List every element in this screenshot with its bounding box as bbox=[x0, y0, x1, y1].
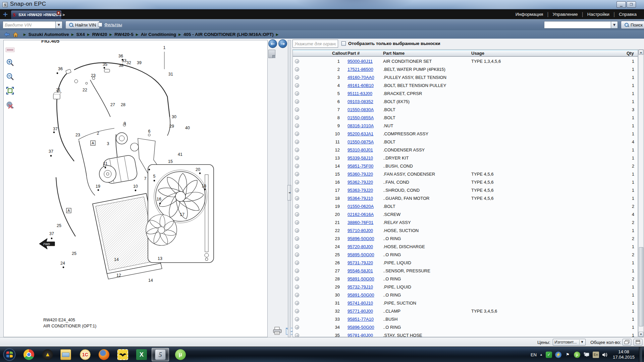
part-number-link[interactable]: 95895-50G00 bbox=[347, 252, 374, 257]
expand-row-icon[interactable] bbox=[295, 99, 299, 104]
diagram-panel[interactable]: FIG.405 bbox=[3, 40, 268, 337]
table-row[interactable]: 2795546-58J01..SENSOR, PRESSURE1 bbox=[293, 267, 638, 275]
callout-label[interactable]: 41 bbox=[178, 152, 182, 157]
thumbnail-page-icon[interactable] bbox=[268, 50, 275, 58]
expand-row-icon[interactable] bbox=[295, 228, 299, 233]
table-row[interactable]: 3495896-50G00..O RING1 bbox=[293, 323, 638, 331]
callout-label[interactable]: 37 bbox=[49, 149, 53, 154]
print-icon[interactable] bbox=[272, 327, 282, 335]
utorrent-tray-icon[interactable]: µ bbox=[574, 352, 580, 358]
table-row[interactable]: 3295771-80J00..CLAMPTYPE 3,4,5,61 bbox=[293, 307, 638, 315]
callout-label[interactable]: 18 bbox=[202, 184, 206, 188]
taskbar-app-explorer[interactable] bbox=[57, 348, 74, 361]
part-number-link[interactable]: 01550-0620A bbox=[347, 204, 374, 209]
table-row[interactable]: 1901550-0620A.BOLT2 bbox=[293, 202, 638, 211]
show-selected-checkbox[interactable] bbox=[341, 41, 346, 46]
keyboard-layout-icon[interactable]: En bbox=[593, 352, 599, 358]
taskbar-app-chrome[interactable] bbox=[20, 348, 38, 361]
part-number-link[interactable]: 01550-0875A bbox=[347, 139, 374, 144]
part-number-link[interactable]: 95731-79J20 bbox=[347, 260, 373, 265]
callout-label[interactable]: 2 bbox=[97, 131, 99, 136]
home-icon[interactable] bbox=[13, 32, 18, 37]
callout-label[interactable]: 35 bbox=[103, 62, 107, 67]
part-number-link[interactable]: 95310-80J01 bbox=[347, 147, 373, 152]
callout-label[interactable]: 16 bbox=[157, 197, 161, 201]
part-number-link[interactable]: 95200-63JA1 bbox=[347, 131, 373, 136]
table-row[interactable]: 1895364-79J10..GUARD, FAN MOTORTYPE 4,5,… bbox=[293, 194, 638, 202]
callout-label[interactable]: 22 bbox=[83, 88, 87, 92]
part-number-link[interactable]: 01550-0830A bbox=[347, 107, 374, 112]
taskbar-app-snapon-epc[interactable]: 5 bbox=[152, 348, 169, 361]
zoom-in-icon[interactable] bbox=[6, 58, 14, 66]
table-row[interactable]: 1595360-79J20.FAN ASSY, CONDENSERTYPE 4,… bbox=[293, 170, 638, 178]
expand-row-icon[interactable] bbox=[295, 107, 299, 112]
table-row[interactable]: 2695731-79J20.PIPE, LIQUID1 bbox=[293, 259, 638, 267]
expand-row-icon[interactable] bbox=[295, 253, 299, 257]
expand-row-icon[interactable] bbox=[295, 196, 299, 200]
part-number-link[interactable]: 95546-58J01 bbox=[347, 268, 373, 273]
taskbar-app-thebat[interactable] bbox=[114, 348, 131, 361]
breadcrumb-item[interactable]: SX4 bbox=[76, 32, 85, 37]
callout-label[interactable]: 12 bbox=[116, 273, 121, 278]
expand-row-icon[interactable] bbox=[295, 277, 299, 281]
table-row[interactable]: 3595781-80J00.STAY, SUCT HOSE1 bbox=[293, 331, 638, 337]
callout-label[interactable]: 38 bbox=[119, 63, 123, 68]
filters-checkbox[interactable] bbox=[98, 22, 102, 27]
shield-app-icon[interactable]: ⚡ bbox=[555, 352, 561, 358]
part-number-link[interactable]: 95741-80J10 bbox=[347, 301, 373, 306]
part-number-link[interactable]: 95891-50G00 bbox=[347, 276, 374, 281]
callout-label[interactable]: 3 bbox=[107, 141, 109, 146]
expand-row-icon[interactable] bbox=[295, 333, 299, 337]
table-row[interactable]: 1795363-79J20..SHROUD, CONDTYPE 4,5,61 bbox=[293, 186, 638, 194]
callout-label[interactable]: 14 bbox=[114, 257, 119, 262]
callout-label[interactable]: 17 bbox=[180, 212, 184, 217]
callout-label[interactable]: 28 bbox=[121, 102, 125, 107]
nav-forward-button[interactable]: → bbox=[278, 39, 287, 48]
expand-row-icon[interactable] bbox=[295, 188, 299, 192]
callout-label[interactable]: 13 bbox=[158, 256, 162, 261]
minimize-button[interactable]: ▁ bbox=[616, 1, 626, 8]
action-center-flag-icon[interactable]: ⚑ bbox=[565, 352, 571, 358]
table-row[interactable]: 195000-80J11AIR CONDITIONER SETTYPE 1,3,… bbox=[293, 57, 638, 65]
table-row[interactable]: 595111-63J00.BRACKET, CPRSR1 bbox=[293, 90, 638, 98]
expand-row-icon[interactable] bbox=[295, 309, 299, 313]
part-number-link[interactable]: 08316-1010A bbox=[347, 123, 374, 128]
callout-label[interactable]: 6 bbox=[148, 129, 151, 134]
splitter-collapse-button[interactable]: ◄ bbox=[287, 185, 291, 200]
callout-label[interactable]: 7 bbox=[144, 176, 147, 181]
start-button[interactable] bbox=[3, 348, 16, 361]
table-row[interactable]: 2895891-50G00..O RING2 bbox=[293, 275, 638, 283]
zoom-reset-icon[interactable] bbox=[6, 101, 14, 109]
part-number-link[interactable]: 95781-80J00 bbox=[347, 333, 373, 337]
network-icon[interactable] bbox=[583, 352, 590, 358]
breadcrumb-item[interactable]: RW420-5 bbox=[114, 32, 133, 37]
taskbar-app-1c[interactable]: 1С bbox=[76, 348, 94, 361]
callout-label[interactable]: 23 bbox=[91, 73, 96, 78]
callout-label[interactable]: 37 bbox=[49, 231, 54, 236]
part-number-link[interactable]: 95000-80J11 bbox=[347, 59, 373, 64]
callout-label[interactable]: 24 bbox=[60, 261, 65, 266]
table-row[interactable]: 349160-70AA0.PULLEY ASSY, BELT TENSION1 bbox=[293, 74, 638, 82]
callout-label[interactable]: 30 bbox=[172, 115, 176, 119]
callout-label[interactable]: 31 bbox=[168, 72, 173, 77]
table-row[interactable]: 3395851-77A10..BUSH1 bbox=[293, 315, 638, 323]
table-row[interactable]: 908316-1010A.NUT1 bbox=[293, 122, 638, 130]
callout-label[interactable]: 32 bbox=[126, 60, 131, 65]
callout-label[interactable]: 10 bbox=[133, 184, 138, 189]
table-row[interactable]: 1395339-58J10..DRYER KIT1 bbox=[293, 154, 638, 162]
expand-row-icon[interactable] bbox=[295, 244, 299, 249]
table-row[interactable]: 2295710-80J00.HOSE, SUCTION1 bbox=[293, 227, 638, 235]
table-row[interactable]: 2395896-50G00..O RING2 bbox=[293, 235, 638, 243]
breadcrumb-item[interactable]: 405 - AIR CONDITIONER (LHD:M16A:OPT) bbox=[183, 32, 274, 37]
volume-icon[interactable] bbox=[602, 352, 608, 358]
part-number-link[interactable]: 95891-50G00 bbox=[347, 292, 374, 298]
table-row[interactable]: 3095891-50G00..O RING1 bbox=[293, 291, 638, 299]
callout-label[interactable]: 29 bbox=[169, 124, 174, 129]
antivirus-icon[interactable]: ✓ bbox=[546, 352, 552, 358]
part-number-link[interactable]: 95363-79J20 bbox=[347, 188, 373, 193]
callout-label[interactable]: 5 bbox=[153, 174, 156, 179]
menu-item[interactable]: Информация bbox=[512, 12, 547, 17]
part-number-link[interactable]: 38860-76F01 bbox=[347, 220, 373, 225]
clock[interactable]: 14:08 17.04.2015 bbox=[613, 349, 636, 360]
scrollbar-thumb[interactable] bbox=[639, 247, 643, 326]
